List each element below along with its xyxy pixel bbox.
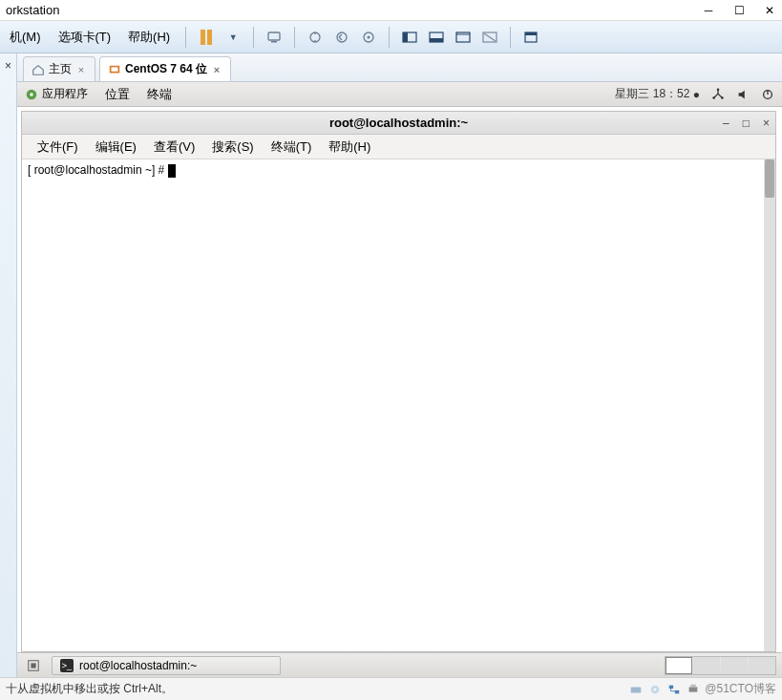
tab-close-icon[interactable]: × xyxy=(211,64,222,75)
snapshot-take-icon[interactable] xyxy=(305,27,326,48)
gnome-places-menu[interactable]: 位置 xyxy=(105,86,130,103)
terminal-menubar: 文件(F) 编辑(E) 查看(V) 搜索(S) 终端(T) 帮助(H) xyxy=(22,135,775,159)
workspace-3[interactable] xyxy=(721,657,748,674)
view-fullscreen-icon[interactable] xyxy=(453,27,474,48)
svg-rect-31 xyxy=(689,687,698,691)
vm-icon xyxy=(108,63,121,76)
svg-point-20 xyxy=(712,96,715,99)
taskbar-terminal-button[interactable]: >_ root@localhostadmin:~ xyxy=(52,656,281,675)
workspace-2[interactable] xyxy=(693,657,720,674)
host-title: orkstation xyxy=(6,3,702,17)
send-ctrl-alt-del-icon[interactable] xyxy=(264,27,285,48)
maximize-button[interactable]: ☐ xyxy=(732,4,746,17)
toolbar-separator xyxy=(510,27,511,48)
pause-button[interactable] xyxy=(196,27,217,48)
view-console-icon[interactable] xyxy=(520,27,541,48)
svg-rect-9 xyxy=(430,38,443,42)
volume-icon[interactable] xyxy=(736,88,750,101)
svg-rect-1 xyxy=(271,41,277,43)
term-close-button[interactable]: × xyxy=(763,117,770,130)
menu-tabs[interactable]: 选项卡(T) xyxy=(53,25,117,50)
tray-disk-icon[interactable] xyxy=(628,682,644,697)
workspace-1[interactable] xyxy=(666,657,692,674)
workspace-4[interactable] xyxy=(749,657,775,674)
term-menu-help[interactable]: 帮助(H) xyxy=(321,136,378,159)
power-dropdown[interactable]: ▼ xyxy=(222,27,243,48)
tab-centos-label: CentOS 7 64 位 xyxy=(125,61,207,77)
tray-printer-icon[interactable] xyxy=(686,682,701,697)
guest-desktop: 应用程序 位置 终端 星期三 18：52 ● xyxy=(17,82,782,677)
menu-help[interactable]: 帮助(H) xyxy=(122,25,176,50)
toolbar-separator xyxy=(389,27,390,48)
terminal-prompt: [ root@localhostadmin ~] # xyxy=(28,163,168,177)
gnome-top-panel: 应用程序 位置 终端 星期三 18：52 ● xyxy=(17,82,782,107)
svg-rect-26 xyxy=(631,687,642,692)
svg-point-28 xyxy=(654,688,657,690)
menu-vm[interactable]: 机(M) xyxy=(4,25,47,50)
snapshot-manage-icon[interactable] xyxy=(358,27,379,48)
workspace-switcher[interactable] xyxy=(665,656,776,675)
home-icon xyxy=(32,63,45,76)
term-menu-terminal[interactable]: 终端(T) xyxy=(264,136,320,159)
library-close-icon[interactable]: × xyxy=(5,59,11,73)
taskbar-terminal-label: root@localhostadmin:~ xyxy=(79,659,197,672)
terminal-window: root@localhostadmin:~ – □ × 文件(F) 编辑(E) … xyxy=(21,111,776,652)
watermark-text: @51CTO博客 xyxy=(705,681,776,697)
svg-rect-25 xyxy=(31,663,35,668)
tab-home-label: 主页 xyxy=(49,61,72,77)
status-hint: 十从虚拟机中移出或按 Ctrl+Alt。 xyxy=(6,681,173,697)
gnome-clock[interactable]: 星期三 18：52 ● xyxy=(615,86,700,102)
svg-rect-29 xyxy=(669,685,673,689)
term-menu-edit[interactable]: 编辑(E) xyxy=(88,136,144,159)
view-bottombar-icon[interactable] xyxy=(426,27,447,48)
term-menu-file[interactable]: 文件(F) xyxy=(30,136,86,159)
gnome-applications-label: 应用程序 xyxy=(42,86,88,102)
terminal-title: root@localhostadmin:~ xyxy=(329,116,468,130)
gnome-taskbar: >_ root@localhostadmin:~ xyxy=(17,652,782,677)
host-titlebar: orkstation ─ ☐ ✕ xyxy=(0,0,782,21)
tray-network-icon[interactable] xyxy=(666,682,682,697)
close-button[interactable]: ✕ xyxy=(763,4,776,17)
scrollbar-thumb[interactable] xyxy=(765,159,774,198)
toolbar-separator xyxy=(253,27,254,48)
term-menu-search[interactable]: 搜索(S) xyxy=(204,136,261,159)
host-statusbar: 十从虚拟机中移出或按 Ctrl+Alt。 @51CTO博客 xyxy=(0,677,782,700)
apps-icon xyxy=(25,88,38,101)
terminal-titlebar[interactable]: root@localhostadmin:~ – □ × xyxy=(22,112,775,135)
tray-cd-icon[interactable] xyxy=(647,682,663,697)
toolbar-separator xyxy=(185,27,186,48)
gnome-applications-menu[interactable]: 应用程序 xyxy=(25,86,88,102)
view-unity-icon[interactable] xyxy=(479,27,500,48)
svg-point-3 xyxy=(337,32,347,42)
svg-rect-16 xyxy=(112,67,118,71)
tab-centos[interactable]: CentOS 7 64 位 × xyxy=(99,56,231,81)
view-sidebar-icon[interactable] xyxy=(399,27,420,48)
svg-point-18 xyxy=(30,93,33,96)
svg-rect-14 xyxy=(525,32,537,35)
toolbar-separator xyxy=(294,27,295,48)
svg-rect-32 xyxy=(691,684,696,687)
svg-point-19 xyxy=(717,88,720,91)
tab-home[interactable]: 主页 × xyxy=(23,56,95,81)
terminal-scrollbar[interactable] xyxy=(764,159,775,651)
svg-point-21 xyxy=(721,96,724,99)
power-icon[interactable] xyxy=(761,88,774,101)
gnome-terminal-menu[interactable]: 终端 xyxy=(147,86,172,103)
terminal-icon: >_ xyxy=(60,659,74,672)
term-minimize-button[interactable]: – xyxy=(723,117,729,130)
term-maximize-button[interactable]: □ xyxy=(743,117,750,130)
minimize-button[interactable]: ─ xyxy=(702,4,715,17)
svg-rect-7 xyxy=(403,32,408,42)
show-desktop-icon[interactable] xyxy=(23,655,44,676)
vm-tabstrip: 主页 × CentOS 7 64 位 × xyxy=(17,53,782,82)
svg-line-12 xyxy=(484,33,496,41)
network-icon[interactable] xyxy=(711,88,725,101)
term-menu-view[interactable]: 查看(V) xyxy=(146,136,202,159)
tab-close-icon[interactable]: × xyxy=(75,64,87,75)
svg-point-5 xyxy=(368,35,370,38)
snapshot-revert-icon[interactable] xyxy=(331,27,352,48)
library-collapsed[interactable]: × xyxy=(0,53,17,677)
cursor-icon xyxy=(168,164,176,178)
svg-rect-0 xyxy=(268,32,280,40)
terminal-content[interactable]: [ root@localhostadmin ~] # xyxy=(22,159,775,651)
